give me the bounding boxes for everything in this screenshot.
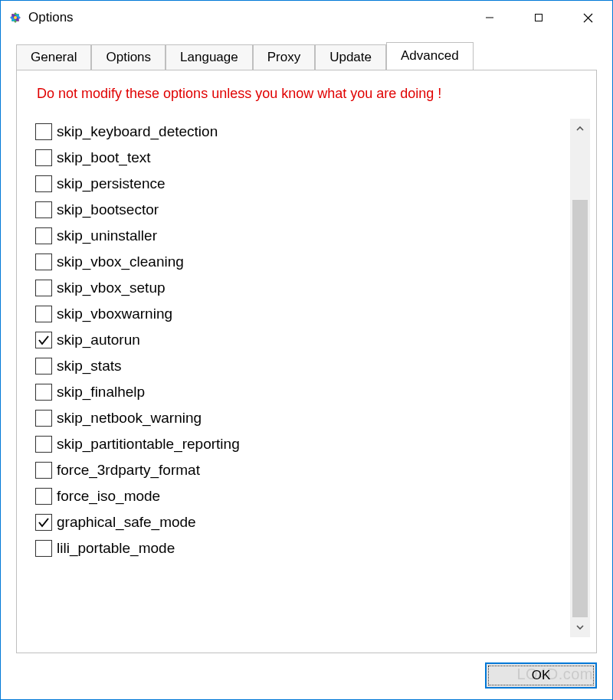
checkbox[interactable] bbox=[35, 254, 52, 270]
option-row: skip_persistence bbox=[35, 171, 567, 197]
tab-panel-advanced: Do not modify these options unless you k… bbox=[16, 70, 597, 653]
svg-point-8 bbox=[14, 16, 17, 19]
options-list-wrap: skip_keyboard_detectionskip_boot_textski… bbox=[35, 119, 590, 637]
warning-text: Do not modify these options unless you k… bbox=[35, 86, 590, 102]
window-title: Options bbox=[28, 10, 74, 25]
titlebar: Options bbox=[1, 1, 612, 34]
tab-options[interactable]: Options bbox=[91, 44, 166, 70]
option-row: force_iso_mode bbox=[35, 483, 567, 509]
checkbox[interactable] bbox=[35, 488, 52, 505]
option-row: skip_vboxwarning bbox=[35, 301, 567, 327]
checkbox-label[interactable]: skip_boot_text bbox=[57, 149, 151, 166]
checkbox[interactable] bbox=[35, 227, 52, 244]
checkbox[interactable] bbox=[35, 306, 52, 322]
checkbox[interactable] bbox=[35, 436, 52, 453]
tab-language[interactable]: Language bbox=[166, 44, 253, 70]
checkbox-label[interactable]: graphical_safe_mode bbox=[57, 514, 196, 531]
close-button[interactable] bbox=[563, 1, 612, 34]
ok-button[interactable]: OK bbox=[485, 662, 597, 689]
checkbox-label[interactable]: skip_partitiontable_reporting bbox=[57, 436, 240, 453]
checkbox-label[interactable]: skip_vboxwarning bbox=[57, 306, 172, 322]
dialog-buttons: OK bbox=[16, 653, 597, 689]
option-row: skip_netbook_warning bbox=[35, 405, 567, 431]
checkbox-label[interactable]: skip_bootsector bbox=[57, 201, 159, 218]
options-window: Options General Options Language Proxy U… bbox=[0, 0, 613, 700]
checkbox[interactable] bbox=[35, 175, 52, 192]
checkbox[interactable] bbox=[35, 410, 52, 427]
option-row: skip_boot_text bbox=[35, 145, 567, 171]
app-icon bbox=[7, 9, 24, 26]
checkbox-label[interactable]: skip_finalhelp bbox=[57, 384, 145, 401]
minimize-button[interactable] bbox=[465, 1, 514, 34]
client-area: General Options Language Proxy Update Ad… bbox=[1, 34, 612, 699]
checkbox-label[interactable]: skip_keyboard_detection bbox=[57, 123, 218, 140]
checkbox[interactable] bbox=[35, 280, 52, 296]
scroll-up-button[interactable] bbox=[570, 119, 590, 139]
checkbox[interactable] bbox=[35, 332, 52, 348]
option-row: skip_stats bbox=[35, 353, 567, 379]
checkbox-label[interactable]: lili_portable_mode bbox=[57, 540, 175, 557]
checkbox-label[interactable]: skip_uninstaller bbox=[57, 227, 157, 244]
option-row: skip_finalhelp bbox=[35, 379, 567, 405]
checkbox-label[interactable]: skip_vbox_cleaning bbox=[57, 254, 184, 270]
scrollbar[interactable] bbox=[570, 119, 590, 637]
checkbox[interactable] bbox=[35, 201, 52, 218]
option-row: skip_partitiontable_reporting bbox=[35, 431, 567, 457]
option-row: force_3rdparty_format bbox=[35, 457, 567, 483]
window-controls bbox=[465, 1, 612, 34]
option-row: skip_vbox_setup bbox=[35, 275, 567, 301]
tabstrip: General Options Language Proxy Update Ad… bbox=[16, 44, 597, 70]
option-row: skip_bootsector bbox=[35, 197, 567, 223]
checkbox-label[interactable]: skip_vbox_setup bbox=[57, 280, 166, 296]
checkbox[interactable] bbox=[35, 540, 52, 557]
scroll-thumb[interactable] bbox=[572, 200, 588, 617]
scroll-down-button[interactable] bbox=[570, 617, 590, 637]
tab-update[interactable]: Update bbox=[315, 44, 386, 70]
svg-rect-10 bbox=[536, 15, 543, 21]
options-checklist: skip_keyboard_detectionskip_boot_textski… bbox=[35, 119, 567, 637]
checkbox[interactable] bbox=[35, 462, 52, 479]
option-row: graphical_safe_mode bbox=[35, 509, 567, 535]
option-row: skip_keyboard_detection bbox=[35, 119, 567, 145]
option-row: skip_autorun bbox=[35, 327, 567, 353]
maximize-button[interactable] bbox=[514, 1, 563, 34]
checkbox-label[interactable]: skip_persistence bbox=[57, 175, 166, 192]
option-row: lili_portable_mode bbox=[35, 535, 567, 561]
tab-general[interactable]: General bbox=[16, 44, 91, 70]
tab-proxy[interactable]: Proxy bbox=[253, 44, 315, 70]
checkbox[interactable] bbox=[35, 149, 52, 166]
checkbox-label[interactable]: skip_autorun bbox=[57, 332, 140, 348]
option-row: skip_uninstaller bbox=[35, 223, 567, 249]
checkbox[interactable] bbox=[35, 358, 52, 375]
option-row: skip_vbox_cleaning bbox=[35, 249, 567, 275]
checkbox-label[interactable]: skip_netbook_warning bbox=[57, 410, 202, 427]
checkbox[interactable] bbox=[35, 384, 52, 401]
scroll-track[interactable] bbox=[570, 139, 590, 617]
checkbox-label[interactable]: force_3rdparty_format bbox=[57, 462, 200, 479]
checkbox-label[interactable]: force_iso_mode bbox=[57, 488, 160, 505]
checkbox-label[interactable]: skip_stats bbox=[57, 358, 121, 375]
tab-advanced[interactable]: Advanced bbox=[386, 42, 474, 70]
checkbox[interactable] bbox=[35, 514, 52, 531]
checkbox[interactable] bbox=[35, 123, 52, 140]
